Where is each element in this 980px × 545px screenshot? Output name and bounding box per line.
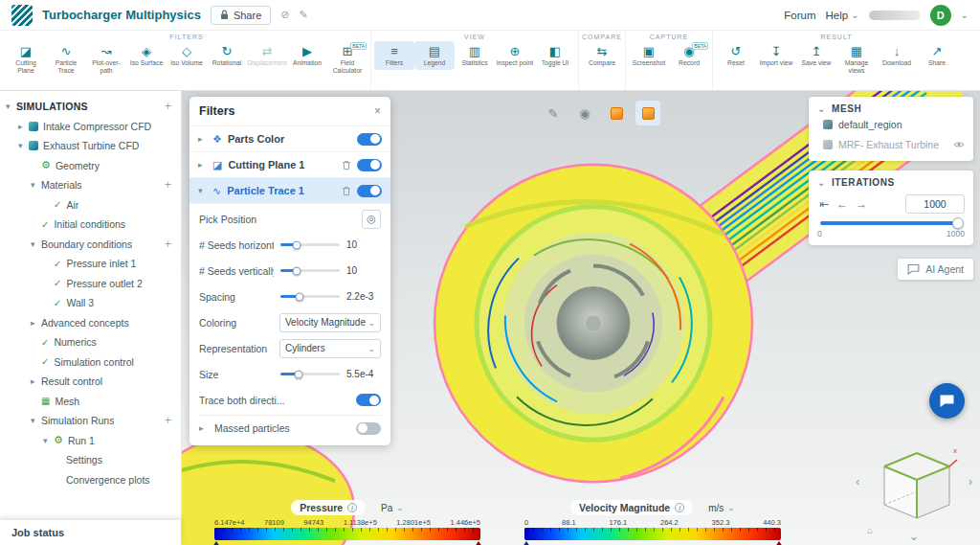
info-icon[interactable]: i <box>347 503 357 512</box>
slider-seeds-vertically[interactable] <box>280 269 340 272</box>
rename-icon[interactable]: ✎ <box>299 9 307 21</box>
toolbar-button-plot-over-path[interactable]: ↝Plot-over-path <box>86 41 126 78</box>
sidebar-item-pressure-outlet-2[interactable]: ✓Pressure outlet 2 <box>0 274 181 294</box>
sidebar-item-materials[interactable]: ▾Materials+ <box>0 175 181 195</box>
sidebar-item-mesh[interactable]: ▦Mesh <box>0 392 181 412</box>
mesh-panel-header[interactable]: ⌄ MESH <box>817 103 965 114</box>
dropdown-coloring[interactable]: Velocity Magnitude⌄ <box>279 313 381 332</box>
support-chat-button[interactable] <box>929 383 965 419</box>
add-button[interactable]: + <box>165 238 171 251</box>
toolbar-button-save-view[interactable]: ↥Save view <box>796 41 836 78</box>
toolbar-button-displacement[interactable]: ⇄Displacement <box>247 41 287 78</box>
first-iteration-button[interactable]: ⇤ <box>819 197 829 211</box>
slider-handle[interactable] <box>293 266 301 275</box>
toolbar-button-manage-views[interactable]: ▦Manage views <box>836 41 877 78</box>
colormap-bar[interactable] <box>524 528 781 540</box>
expander-icon[interactable]: ▸ <box>31 376 41 386</box>
toolbar-button-toggle-ui[interactable]: ◧Toggle UI <box>535 41 575 70</box>
sidebar-item-pressure-inlet-1[interactable]: ✓Pressure inlet 1 <box>0 254 181 274</box>
rotate-left-chevron[interactable]: ‹ <box>856 474 859 488</box>
expander-icon[interactable]: ▾ <box>198 186 207 195</box>
ai-agent-button[interactable]: AI Agent <box>898 259 973 280</box>
forum-link[interactable]: Forum <box>784 10 815 21</box>
legend-field-chip[interactable]: Pressurei <box>291 500 366 515</box>
toolbar-button-screenshot[interactable]: ▣Screenshot <box>629 41 669 70</box>
range-marker-min[interactable] <box>523 541 530 545</box>
slider-handle[interactable] <box>293 240 301 249</box>
sidebar-item-air[interactable]: ✓Air <box>0 195 181 216</box>
slider-seeds-horizontally[interactable] <box>280 243 340 246</box>
slider-size[interactable] <box>280 373 340 375</box>
toolbar-button-cutting-plane[interactable]: ◪Cutting Plane <box>6 41 46 78</box>
toolbar-button-animation[interactable]: ▶Animation <box>287 41 327 78</box>
toolbar-button-statistics[interactable]: ▥Statistics <box>455 41 495 70</box>
trash-icon[interactable] <box>342 160 351 170</box>
add-button[interactable]: + <box>165 178 171 192</box>
viewport-3d[interactable]: ✎◉ Filters × ▸❖Parts Color▸◪Cutting Plan… <box>182 91 980 545</box>
sidebar-item-initial-conditions[interactable]: ✓Initial conditions <box>0 215 181 235</box>
iteration-slider-handle[interactable] <box>952 217 964 229</box>
dropdown-representation[interactable]: Cylinders⌄ <box>279 339 381 358</box>
user-avatar[interactable]: D <box>930 5 951 26</box>
share-button[interactable]: Share <box>211 6 271 25</box>
range-marker-max[interactable] <box>775 541 783 545</box>
help-menu[interactable]: Help⌄ <box>826 10 859 21</box>
filter-item-particle-trace-1[interactable]: ▾∿Particle Trace 1 <box>189 178 390 204</box>
navigation-cube[interactable]: x ‹ › ⌄ ⌂ <box>856 432 972 543</box>
add-button[interactable]: + <box>165 414 171 427</box>
toolbar-button-iso-volume[interactable]: ◇Iso Volume <box>167 41 207 78</box>
toolbar-button-filters[interactable]: ≡Filters <box>374 41 414 70</box>
info-icon[interactable]: i <box>675 503 684 512</box>
sidebar-item-wall-3[interactable]: ✓Wall 3 <box>0 293 181 313</box>
toolbar-button-import-view[interactable]: ↧Import view <box>756 41 796 78</box>
trash-icon[interactable] <box>342 186 351 196</box>
sidebar-item-boundary-conditions[interactable]: ▾Boundary conditions+ <box>0 235 181 255</box>
account-menu-caret[interactable]: ⌄ <box>961 10 969 20</box>
filter-item-cutting-plane-1[interactable]: ▸◪Cutting Plane 1 <box>189 152 390 178</box>
expander-icon[interactable]: ▾ <box>31 180 41 190</box>
range-marker-min[interactable] <box>212 541 220 545</box>
sidebar-item-exhaust-turbine-cfd[interactable]: ▾Exhaust Turbine CFD <box>0 136 181 156</box>
viewport-tool-probe-point[interactable]: ◉ <box>572 101 597 125</box>
viewport-tool-geometry-view[interactable] <box>635 101 660 125</box>
rotate-right-chevron[interactable]: › <box>969 474 972 488</box>
sidebar-item-intake-compressor-cfd[interactable]: ▸Intake Compressor CFD <box>0 117 181 137</box>
colormap-bar[interactable] <box>214 528 480 540</box>
slider-handle[interactable] <box>296 292 304 301</box>
sidebar-item-settings[interactable]: Settings <box>0 450 181 470</box>
expander-icon[interactable]: ▾ <box>18 141 29 150</box>
add-button[interactable]: + <box>165 100 171 113</box>
toolbar-button-share[interactable]: ↗Share <box>917 41 957 78</box>
slider-handle[interactable] <box>294 370 302 378</box>
toolbar-button-download[interactable]: ↓Download <box>877 41 917 78</box>
mesh-item-default-region[interactable]: default_region <box>817 114 965 134</box>
toolbar-button-field-calculator[interactable]: BETA⊞Field Calculator <box>327 41 368 78</box>
toggle-massed-particles[interactable] <box>356 422 381 435</box>
expander-icon[interactable]: ▸ <box>31 318 41 328</box>
app-logo-icon[interactable] <box>11 5 33 26</box>
iteration-slider[interactable] <box>820 221 962 225</box>
sidebar-item-simulations[interactable]: ▾SIMULATIONS+ <box>0 97 181 117</box>
toolbar-button-inspect-point[interactable]: ⊕Inspect point <box>495 41 535 70</box>
sidebar-item-advanced-concepts[interactable]: ▸Advanced concepts <box>0 313 181 333</box>
legend-field-chip[interactable]: Velocity Magnitudei <box>570 500 693 515</box>
expander-icon[interactable]: ▾ <box>31 239 41 249</box>
close-icon[interactable]: × <box>374 104 381 118</box>
visibility-toggle[interactable] <box>357 133 382 146</box>
next-iteration-button[interactable]: → <box>856 197 867 211</box>
orientation-cube-icon[interactable]: x <box>871 438 961 530</box>
visibility-toggle[interactable] <box>357 159 382 171</box>
pick-position-button[interactable]: ◎ <box>362 210 381 229</box>
toolbar-button-compare[interactable]: ⇆Compare <box>582 41 622 70</box>
expander-icon[interactable]: ▾ <box>43 436 54 445</box>
expander-icon[interactable]: ▾ <box>31 416 41 425</box>
filter-item-parts-color[interactable]: ▸❖Parts Color <box>189 126 390 152</box>
viewport-tool-mesh-view[interactable] <box>604 101 629 125</box>
expander-icon[interactable]: ▾ <box>6 102 16 111</box>
toggle-trace-both-directi[interactable] <box>356 394 381 406</box>
sidebar-item-convergence-plots[interactable]: Convergence plots <box>0 470 181 490</box>
toolbar-button-iso-surface[interactable]: ◈Iso Surface <box>126 41 167 78</box>
toolbar-button-reset[interactable]: ↺Reset <box>716 41 756 78</box>
mesh-item-mrf-exhaust-turbine[interactable]: MRF- Exhaust Turbine <box>817 134 965 154</box>
sidebar-item-geometry[interactable]: ⚙Geometry <box>0 156 181 176</box>
